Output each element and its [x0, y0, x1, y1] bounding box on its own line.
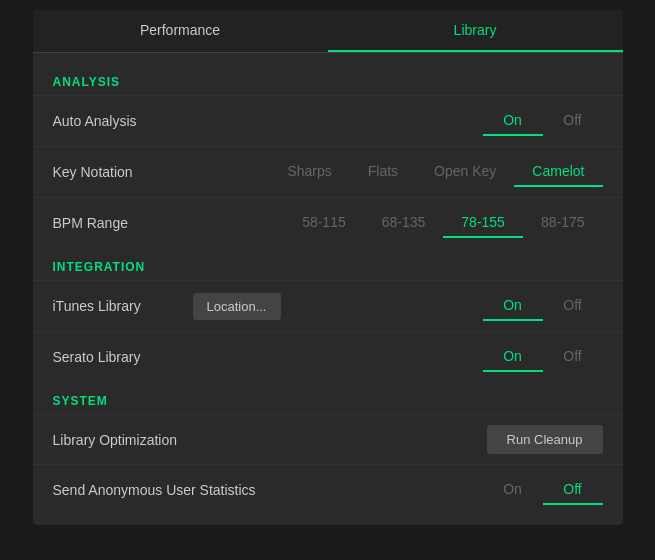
serato-library-on[interactable]: On: [483, 342, 543, 372]
location-button[interactable]: Location...: [193, 293, 281, 320]
analysis-section-header: ANALYSIS: [33, 63, 623, 95]
library-optimization-label: Library Optimization: [53, 432, 193, 448]
bpm-range-row: BPM Range 58-115 68-135 78-155 88-175: [33, 197, 623, 248]
itunes-library-off[interactable]: Off: [543, 291, 603, 321]
tab-library[interactable]: Library: [328, 10, 623, 52]
itunes-library-label: iTunes Library: [53, 298, 193, 314]
run-cleanup-button[interactable]: Run Cleanup: [487, 425, 603, 454]
auto-analysis-options: On Off: [483, 106, 603, 136]
auto-analysis-off[interactable]: Off: [543, 106, 603, 136]
bpm-range-options: 58-115 68-135 78-155 88-175: [284, 208, 602, 238]
bpm-range-68[interactable]: 68-135: [364, 208, 444, 238]
key-notation-label: Key Notation: [53, 164, 193, 180]
library-optimization-row: Library Optimization Run Cleanup: [33, 414, 623, 464]
serato-library-label: Serato Library: [53, 349, 193, 365]
serato-library-off[interactable]: Off: [543, 342, 603, 372]
bpm-range-88[interactable]: 88-175: [523, 208, 603, 238]
key-notation-sharps[interactable]: Sharps: [269, 157, 349, 187]
bpm-range-78[interactable]: 78-155: [443, 208, 523, 238]
key-notation-row: Key Notation Sharps Flats Open Key Camel…: [33, 146, 623, 197]
tab-performance[interactable]: Performance: [33, 10, 328, 52]
bpm-range-58[interactable]: 58-115: [284, 208, 364, 238]
key-notation-camelot[interactable]: Camelot: [514, 157, 602, 187]
integration-section-header: INTEGRATION: [33, 248, 623, 280]
tab-bar: Performance Library: [33, 10, 623, 53]
auto-analysis-row: Auto Analysis On Off: [33, 95, 623, 146]
itunes-library-on[interactable]: On: [483, 291, 543, 321]
anonymous-stats-row: Send Anonymous User Statistics On Off: [33, 464, 623, 515]
anonymous-stats-on[interactable]: On: [483, 475, 543, 505]
key-notation-options: Sharps Flats Open Key Camelot: [269, 157, 602, 187]
key-notation-openkey[interactable]: Open Key: [416, 157, 514, 187]
settings-panel: Performance Library ANALYSIS Auto Analys…: [33, 10, 623, 525]
anonymous-stats-label: Send Anonymous User Statistics: [53, 482, 256, 498]
bpm-range-label: BPM Range: [53, 215, 193, 231]
serato-library-row: Serato Library On Off: [33, 331, 623, 382]
itunes-library-row: iTunes Library Location... On Off: [33, 280, 623, 331]
settings-content: ANALYSIS Auto Analysis On Off Key Notati…: [33, 53, 623, 525]
auto-analysis-on[interactable]: On: [483, 106, 543, 136]
auto-analysis-label: Auto Analysis: [53, 113, 193, 129]
anonymous-stats-off[interactable]: Off: [543, 475, 603, 505]
key-notation-flats[interactable]: Flats: [350, 157, 416, 187]
anonymous-stats-options: On Off: [483, 475, 603, 505]
system-section-header: SYSTEM: [33, 382, 623, 414]
serato-library-options: On Off: [483, 342, 603, 372]
itunes-library-options: On Off: [483, 291, 603, 321]
